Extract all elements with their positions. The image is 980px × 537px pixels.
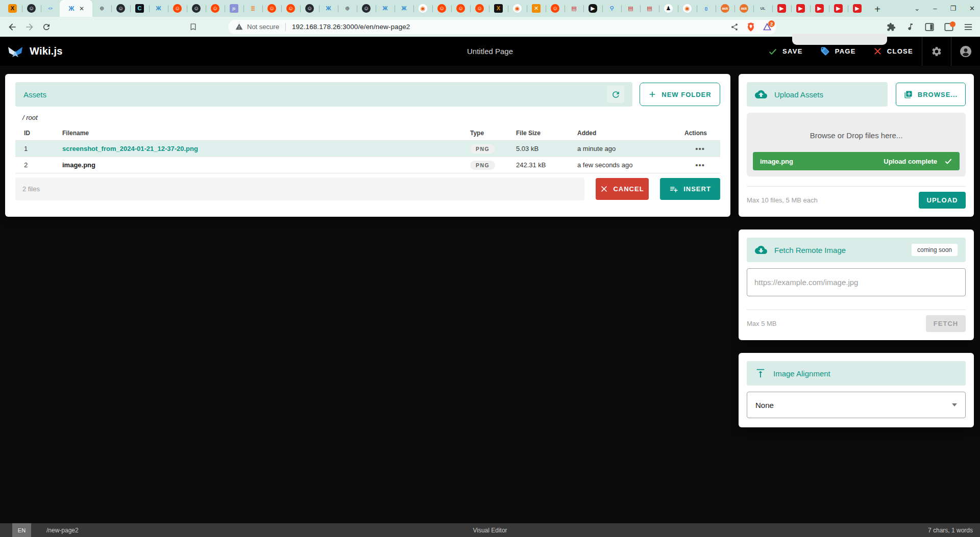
window-minimize-button[interactable]: –	[933, 5, 937, 12]
back-button[interactable]	[7, 22, 17, 32]
browser-tab[interactable]: ▶	[583, 0, 602, 17]
remote-image-url-input[interactable]	[747, 268, 966, 296]
browser-tab[interactable]: ☺	[470, 0, 489, 17]
browser-tab[interactable]: ☺	[451, 0, 470, 17]
browser-tab[interactable]: {}	[697, 0, 716, 17]
url-text[interactable]: 192.168.178.26:3000/e/en/new-page2	[292, 23, 410, 31]
browser-tab[interactable]: ◉	[508, 0, 527, 17]
browser-tab[interactable]: ☺	[168, 0, 187, 17]
browser-tab[interactable]: X	[3, 0, 22, 17]
reload-button[interactable]	[42, 22, 51, 32]
forward-button[interactable]	[24, 22, 35, 32]
browser-tab[interactable]: ▤	[621, 0, 640, 17]
profile-update-icon[interactable]	[944, 23, 953, 31]
tab-favicon: ▶	[777, 4, 786, 13]
browser-tab[interactable]: jc	[225, 0, 243, 17]
browser-tab[interactable]: UL	[753, 0, 772, 17]
browser-tab[interactable]: ☺	[187, 0, 206, 17]
playlist-add-icon	[669, 185, 678, 194]
tab-favicon: ⊕	[97, 4, 106, 13]
browser-tab[interactable]: ≣	[243, 0, 262, 17]
browser-tab[interactable]: ☺	[22, 0, 41, 17]
refresh-icon	[611, 90, 621, 99]
new-folder-button[interactable]: NEW FOLDER	[640, 83, 720, 106]
browser-tab[interactable]: Ж	[149, 0, 168, 17]
tab-favicon: C	[135, 4, 144, 13]
browser-tab[interactable]: ◉	[678, 0, 697, 17]
brave-rewards-icon[interactable]: 2	[763, 23, 771, 31]
cell-filename[interactable]: screenshot_from_2024-01-21_12-37-20.png	[62, 145, 470, 152]
brave-shields-icon[interactable]	[747, 22, 755, 32]
browser-tab[interactable]: ▶	[848, 0, 867, 17]
share-icon[interactable]	[730, 23, 739, 31]
assets-title: Assets	[23, 90, 46, 99]
browser-tab[interactable]: ▶	[810, 0, 829, 17]
browser-tab[interactable]: ☺	[111, 0, 130, 17]
browser-tab[interactable]: ▶	[772, 0, 791, 17]
browser-tab[interactable]: ☺	[262, 0, 281, 17]
coming-soon-badge: coming soon	[912, 244, 958, 256]
cell-filename[interactable]: image.png	[62, 161, 470, 169]
tab-favicon: ☺	[27, 4, 36, 13]
browser-tab[interactable]: ☺	[546, 0, 565, 17]
browser-tab-active[interactable]: Ж✕	[60, 0, 92, 17]
refresh-button[interactable]	[607, 86, 624, 103]
browser-tab[interactable]: ⊕	[92, 0, 111, 17]
browser-tab[interactable]: ⊕	[338, 0, 357, 17]
account-button[interactable]	[951, 37, 980, 66]
browser-tab[interactable]: ☺	[300, 0, 319, 17]
browser-tab[interactable]: ☺	[281, 0, 300, 17]
table-row[interactable]: 2 image.png PNG 242.31 kB a few seconds …	[15, 157, 720, 173]
assets-panel-header: Assets	[15, 82, 632, 107]
browser-tab[interactable]: ▤	[565, 0, 583, 17]
window-restore-button[interactable]: ❐	[950, 5, 956, 12]
close-label: CLOSE	[887, 47, 913, 55]
dropzone[interactable]: Browse or Drop files here... image.png U…	[747, 113, 966, 176]
table-row[interactable]: 1 screenshot_from_2024-01-21_12-37-20.pn…	[15, 141, 720, 157]
browser-tab[interactable]: C	[130, 0, 149, 17]
browser-tab[interactable]: ⚲	[602, 0, 621, 17]
address-bar[interactable]: Not secure 192.168.178.26:3000/e/en/new-…	[228, 20, 776, 34]
cell-id: 1	[24, 145, 62, 152]
browser-tab[interactable]: ◉	[413, 0, 432, 17]
settings-button[interactable]	[922, 37, 951, 66]
browser-tab[interactable]: ▤	[640, 0, 659, 17]
browser-tab[interactable]: ask	[734, 0, 753, 17]
sidebar-icon[interactable]	[925, 23, 934, 31]
new-tab-button[interactable]: +	[870, 2, 885, 17]
browser-tab[interactable]: ☺	[432, 0, 451, 17]
browser-tab[interactable]: Ж	[376, 0, 395, 17]
menu-icon[interactable]	[964, 23, 973, 31]
tab-favicon: ☺	[116, 4, 125, 13]
cancel-button[interactable]: CANCEL	[596, 178, 649, 200]
tab-favicon: ▤	[626, 4, 635, 13]
browser-tab[interactable]: <>	[41, 0, 60, 17]
fetch-button[interactable]: FETCH	[926, 315, 966, 332]
browser-tab[interactable]: ask	[716, 0, 734, 17]
tab-favicon: ▶	[853, 4, 862, 13]
browser-tab[interactable]: ☺	[357, 0, 376, 17]
tab-favicon: <>	[46, 4, 55, 13]
browser-tab[interactable]: ✕	[527, 0, 546, 17]
browser-tab[interactable]: X	[489, 0, 508, 17]
browser-tab[interactable]: ☺	[206, 0, 225, 17]
browser-tab[interactable]: Ж	[395, 0, 413, 17]
tab-close-icon[interactable]: ✕	[79, 5, 84, 12]
browse-button[interactable]: BROWSE...	[896, 83, 966, 106]
upload-button[interactable]: UPLOAD	[919, 192, 966, 209]
browser-tab[interactable]: Ж	[319, 0, 338, 17]
browser-tab[interactable]: ▶	[829, 0, 848, 17]
bookmark-icon[interactable]	[189, 22, 198, 31]
alignment-select[interactable]: None	[747, 392, 966, 418]
extensions-icon[interactable]	[887, 22, 896, 32]
row-actions-button[interactable]: •••	[664, 144, 708, 153]
media-control-icon[interactable]	[906, 22, 915, 31]
tab-search-icon[interactable]: ⌄	[914, 5, 920, 12]
insert-button[interactable]: INSERT	[660, 178, 720, 200]
browser-tab[interactable]: ▶	[791, 0, 810, 17]
window-close-button[interactable]: ✕	[969, 5, 975, 12]
type-chip: PNG	[470, 161, 495, 170]
tab-favicon: ask	[721, 4, 729, 13]
row-actions-button[interactable]: •••	[664, 161, 708, 169]
browser-tab[interactable]: ♟	[659, 0, 678, 17]
